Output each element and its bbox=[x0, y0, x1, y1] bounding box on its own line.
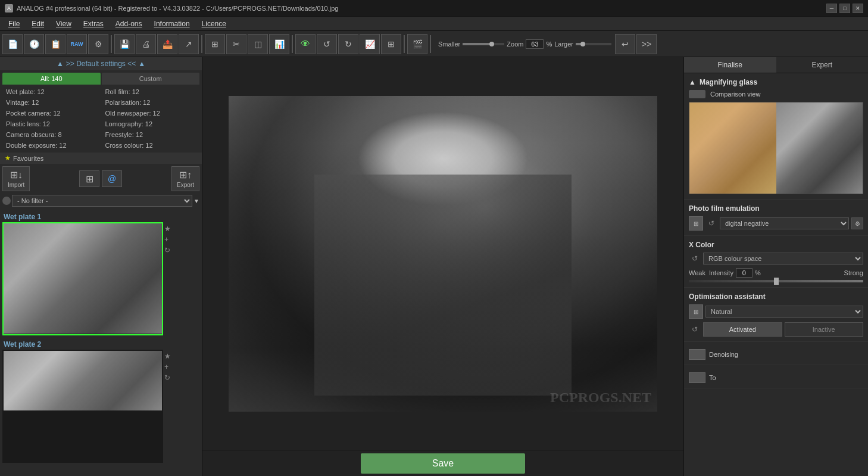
xcolor-refresh-button[interactable]: ↺ bbox=[689, 253, 701, 265]
tab-finalise[interactable]: Finalise bbox=[684, 57, 776, 73]
no-filter-row: - No filter - ▼ bbox=[0, 194, 202, 208]
filter-vintage[interactable]: Vintage: 12 bbox=[2, 98, 101, 107]
preset-header[interactable]: ▲ >> Default settings << ▲ bbox=[0, 57, 202, 70]
chart-button[interactable]: 📈 bbox=[360, 34, 380, 54]
optimisation-section: Optimisation assistant ⊞ Natural ↺ Activ… bbox=[684, 288, 868, 342]
menu-licence[interactable]: Licence bbox=[196, 18, 232, 29]
share-button[interactable]: ↗ bbox=[179, 34, 199, 54]
more-button[interactable]: >> bbox=[636, 34, 657, 54]
preset-thumb-2[interactable] bbox=[2, 350, 163, 463]
filter-lomography[interactable]: Lomography: 12 bbox=[102, 119, 200, 129]
photo-body-area bbox=[314, 175, 572, 396]
preset-refresh-btn-2[interactable]: ↻ bbox=[164, 374, 171, 382]
rotate-button[interactable]: ↻ bbox=[338, 34, 358, 54]
preset-star-btn-2[interactable]: ★ bbox=[164, 352, 171, 360]
pfm-refresh-button[interactable]: ↺ bbox=[705, 217, 717, 229]
filter-polarisation[interactable]: Polarisation: 12 bbox=[102, 98, 200, 107]
pfm-settings-button[interactable]: ⚙ bbox=[851, 217, 863, 229]
print-button[interactable]: 🖨 bbox=[136, 34, 156, 54]
filter-double-exposure[interactable]: Double exposure: 12 bbox=[2, 141, 101, 150]
histogram-button[interactable]: 📊 bbox=[269, 34, 289, 54]
zoom-percent: % bbox=[546, 41, 552, 48]
filter-wet-plate[interactable]: Wet plate: 12 bbox=[2, 87, 101, 97]
filter-camera-obscura[interactable]: Camera obscura: 8 bbox=[2, 130, 101, 139]
opt-select[interactable]: Natural bbox=[705, 306, 863, 318]
titlebar-controls[interactable]: ─ □ ✕ bbox=[826, 4, 863, 13]
tab-expert[interactable]: Expert bbox=[776, 57, 869, 73]
filter-cross-colour[interactable]: Cross colour: 12 bbox=[102, 141, 200, 150]
preset-item-2: ★ + ↻ bbox=[2, 350, 199, 463]
act-refresh-button[interactable]: ↺ bbox=[689, 323, 701, 335]
preset-star-btn-1[interactable]: ★ bbox=[164, 225, 171, 233]
close-button[interactable]: ✕ bbox=[853, 4, 863, 13]
export-button-side[interactable]: ⊞↑ Export bbox=[171, 166, 199, 191]
minimize-button[interactable]: ─ bbox=[826, 4, 837, 13]
favourites-bar[interactable]: ★ Favourites bbox=[0, 153, 202, 164]
zoom-input[interactable] bbox=[526, 39, 544, 49]
compare-button[interactable]: ◫ bbox=[248, 34, 268, 54]
history-button[interactable]: 🕐 bbox=[24, 34, 44, 54]
pfm-select[interactable]: digital negative bbox=[720, 217, 849, 229]
titlebar-title: ANALOG #4 professional (64 bit) - Regist… bbox=[17, 5, 338, 12]
titlebar-left: A ANALOG #4 professional (64 bit) - Regi… bbox=[5, 4, 338, 13]
menu-edit[interactable]: Edit bbox=[26, 18, 50, 29]
intensity-control: Intensity % bbox=[709, 268, 841, 278]
tab-custom[interactable]: Custom bbox=[102, 73, 200, 85]
comparison-row: Comparison view bbox=[689, 90, 863, 98]
at-button[interactable]: @ bbox=[102, 170, 122, 187]
intensity-slider-thumb[interactable] bbox=[774, 278, 779, 285]
menu-extras[interactable]: Extras bbox=[77, 18, 110, 29]
main-photo: PCPROGS.NET bbox=[229, 96, 657, 412]
menu-view[interactable]: View bbox=[50, 18, 77, 29]
filter-plastic-lens[interactable]: Plastic lens: 12 bbox=[2, 119, 101, 129]
inactive-button[interactable]: Inactive bbox=[785, 322, 864, 337]
menu-file[interactable]: File bbox=[2, 18, 26, 29]
maximize-button[interactable]: □ bbox=[839, 4, 850, 13]
menu-information[interactable]: Information bbox=[148, 18, 196, 29]
activated-button[interactable]: Activated bbox=[703, 322, 782, 337]
no-filter-toggle[interactable] bbox=[2, 197, 11, 205]
comparison-toggle[interactable] bbox=[689, 90, 705, 98]
refresh-button[interactable]: ↺ bbox=[317, 34, 337, 54]
preset-add-btn-1[interactable]: + bbox=[164, 235, 171, 244]
canvas-area[interactable]: PCPROGS.NET bbox=[202, 57, 683, 450]
menu-addons[interactable]: Add-ons bbox=[110, 18, 148, 29]
preset-thumb-image-2 bbox=[4, 351, 163, 410]
preset-refresh-btn-1[interactable]: ↻ bbox=[164, 246, 171, 254]
photo-film-section: Photo film emulation ⊞ ↺ digital negativ… bbox=[684, 200, 868, 236]
save-button-main[interactable]: Save bbox=[361, 453, 525, 474]
titlebar: A ANALOG #4 professional (64 bit) - Regi… bbox=[0, 0, 868, 17]
photo-film-title: Photo film emulation bbox=[689, 204, 863, 213]
no-filter-dropdown-icon[interactable]: ▼ bbox=[193, 198, 199, 204]
zoom-fit-button[interactable]: ⊞ bbox=[205, 34, 225, 54]
eye-button[interactable]: 👁 bbox=[295, 34, 316, 54]
grid-view-button[interactable]: ⊞ bbox=[79, 170, 99, 187]
preset-add-btn-2[interactable]: + bbox=[164, 363, 171, 371]
xcolor-select[interactable]: RGB colour space bbox=[703, 253, 863, 265]
watermark: PCPROGS.NET bbox=[550, 390, 651, 406]
magnify-title-text: Magnifying glass bbox=[700, 78, 757, 86]
intensity-input[interactable] bbox=[736, 268, 753, 278]
magnify-bw-image bbox=[776, 102, 863, 194]
settings-button[interactable]: ⚙ bbox=[88, 34, 108, 54]
rotate-cw-button[interactable]: ↩ bbox=[615, 34, 635, 54]
zoom-smaller-label: Smaller bbox=[438, 41, 460, 48]
crop-button[interactable]: ✂ bbox=[226, 34, 246, 54]
no-filter-select[interactable]: - No filter - bbox=[12, 195, 192, 207]
import-button[interactable]: ⊞↓ Import bbox=[2, 166, 30, 191]
export-button[interactable]: 📤 bbox=[157, 34, 177, 54]
filter-freestyle[interactable]: Freestyle: 12 bbox=[102, 130, 200, 139]
filter-roll-film[interactable]: Roll film: 12 bbox=[102, 87, 200, 97]
filter-pocket-camera[interactable]: Pocket camera: 12 bbox=[2, 108, 101, 118]
save-button[interactable]: 💾 bbox=[114, 34, 135, 54]
raw-button[interactable]: RAW bbox=[67, 34, 87, 54]
copy-button[interactable]: 📋 bbox=[45, 34, 65, 54]
video-button[interactable]: 🎬 bbox=[407, 34, 427, 54]
tab-all[interactable]: All: 140 bbox=[2, 73, 101, 85]
filter-old-newspaper[interactable]: Old newspaper: 12 bbox=[102, 108, 200, 118]
layers-button[interactable]: ⊞ bbox=[381, 34, 401, 54]
app-icon: A bbox=[5, 4, 13, 13]
new-button[interactable]: 📄 bbox=[2, 34, 23, 54]
preset-thumb-1[interactable] bbox=[2, 222, 163, 335]
intensity-slider[interactable] bbox=[689, 280, 863, 282]
